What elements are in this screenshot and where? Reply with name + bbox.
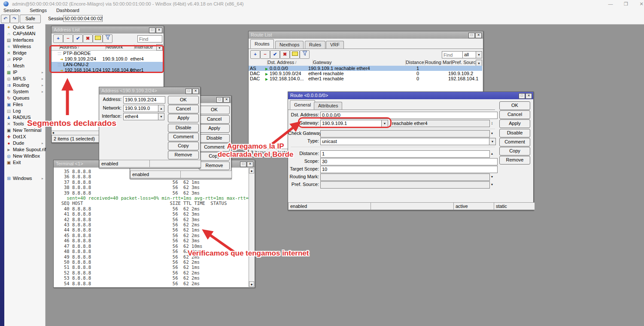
terminal-output[interactable]: 35 8.8.8.8 36 8.8.8.8 37 8.8.8.8 56 62 1…	[54, 168, 249, 287]
vertical-scrollbar[interactable]: ◆ ◆	[249, 168, 255, 287]
remove-button[interactable]: Remove	[168, 151, 199, 159]
tab-routes[interactable]: Routes	[250, 39, 274, 49]
gateway-field[interactable]: 190.9.109.1	[320, 120, 383, 127]
apply-button[interactable]: Apply	[499, 119, 530, 128]
sidebar-item-system[interactable]: ✱System▸	[4, 88, 45, 95]
sidebar-item-new-terminal[interactable]: ▣New Terminal	[4, 127, 45, 134]
maximize-icon[interactable]: □	[185, 88, 192, 94]
disable-button[interactable]: Disable	[499, 129, 530, 137]
chevron-down-icon[interactable]: ▼	[489, 130, 495, 137]
close-icon[interactable]: ✕	[223, 97, 230, 103]
scroll-up-icon[interactable]: ◆	[249, 168, 254, 174]
sidebar-item-quick-set[interactable]: ✦Quick Set	[4, 24, 45, 30]
menu-dashboard[interactable]: Dashboard	[56, 8, 79, 13]
chevron-down-icon[interactable]: ▼	[489, 181, 495, 188]
maximize-icon[interactable]: □	[468, 33, 475, 38]
chevron-down-icon[interactable]: ▼	[489, 138, 496, 145]
dst-address-field[interactable]: 0.0.0.0/0	[320, 112, 498, 119]
address-field[interactable]: 190.9.109.2/24	[123, 96, 165, 104]
add-button[interactable]: +	[250, 50, 260, 59]
filter-scope-select[interactable]: all	[462, 51, 477, 58]
add-button[interactable]: +	[53, 34, 63, 43]
ok-button[interactable]: OK	[499, 101, 530, 110]
remove-entry-button[interactable]: −	[260, 50, 270, 59]
enable-button[interactable]: ✔	[270, 50, 280, 59]
table-row[interactable]: ➜190.9.109.2/24190.9.109.0ether4	[52, 56, 163, 62]
sidebar-item-wireless[interactable]: ≈Wireless	[4, 43, 45, 50]
menu-settings[interactable]: Settings	[30, 8, 47, 13]
column-gateway[interactable]: Gateway	[311, 60, 406, 65]
table-row[interactable]: PTP-BORDE	[52, 51, 163, 56]
cancel-button[interactable]: Cancel	[499, 110, 530, 119]
column-selector-button[interactable]: ▼	[476, 60, 482, 66]
tab-nexthops[interactable]: Nexthops	[275, 41, 304, 49]
disable-button[interactable]: ✖	[83, 34, 93, 43]
comment-icon[interactable]	[93, 34, 103, 43]
remove-button[interactable]: Remove	[199, 161, 230, 170]
remove-entry-button[interactable]: −	[63, 34, 73, 43]
sidebar-item-routing[interactable]: ⇉Routing▸	[4, 82, 45, 88]
close-icon[interactable]: ✕	[526, 93, 532, 99]
check-gateway-field[interactable]	[320, 130, 490, 137]
filter-icon[interactable]	[103, 34, 112, 43]
tab-rules[interactable]: Rules	[305, 41, 325, 49]
sidebar-item-files[interactable]: ▣Files	[4, 101, 45, 108]
target-scope-field[interactable]: 10	[320, 166, 498, 173]
chevron-down-icon[interactable]: ▼	[476, 51, 482, 58]
tab-general[interactable]: General	[290, 100, 315, 110]
cancel-button[interactable]: Cancel	[199, 115, 230, 124]
comment-button[interactable]: Comment	[168, 133, 199, 141]
close-icon[interactable]: ✕	[635, 1, 644, 7]
find-input[interactable]	[137, 35, 162, 43]
sidebar-item-make-supout-rif[interactable]: ►Make Supout.rif	[4, 146, 45, 153]
cancel-button[interactable]: Cancel	[168, 105, 199, 113]
sidebar-item-exit[interactable]: ▣Exit	[4, 159, 45, 166]
ok-button[interactable]: OK	[199, 106, 230, 114]
table-row[interactable]: ➜192.168.104.1/24192.168.104.0ether1	[52, 67, 163, 73]
scope-field[interactable]: 30	[320, 158, 498, 165]
chevron-down-icon[interactable]: ▼	[381, 120, 388, 127]
table-row[interactable]: DAC▶192.168.104.0...ether1 reachable0192…	[249, 76, 482, 81]
column-network[interactable]: Network	[104, 44, 134, 50]
scroll-left-icon[interactable]: ◆	[52, 131, 55, 134]
find-input[interactable]	[442, 51, 463, 58]
restore-icon[interactable]: ❐	[620, 1, 632, 7]
session-field[interactable]: 50:00:00:04:00:02	[63, 15, 103, 22]
column-interface[interactable]: Interface	[133, 44, 159, 50]
sidebar-item-mesh[interactable]: ∴Mesh	[4, 63, 45, 69]
comment-icon[interactable]	[290, 50, 300, 59]
ok-button[interactable]: OK	[168, 96, 199, 104]
tab-attributes[interactable]: Attributes	[314, 102, 342, 110]
column-selector-button[interactable]: ▼	[156, 44, 163, 51]
sidebar-item-ppp[interactable]: ⇄PPP	[4, 56, 45, 63]
disable-button[interactable]: Disable	[199, 134, 230, 143]
apply-button[interactable]: Apply	[168, 114, 199, 122]
sidebar-item-new-winbox[interactable]: ◎New WinBox	[4, 153, 45, 159]
apply-button[interactable]: Apply	[199, 124, 230, 133]
close-icon[interactable]: ✕	[156, 27, 162, 33]
close-icon[interactable]: ✕	[247, 161, 253, 167]
scroll-down-icon[interactable]: ◆	[249, 281, 254, 287]
address-list-titlebar[interactable]: Address List □ ✕	[52, 26, 164, 34]
disable-button[interactable]: Disable	[168, 124, 199, 132]
interface-field[interactable]: ether4	[123, 113, 159, 120]
chevron-down-icon[interactable]: ▼	[158, 113, 164, 120]
column-dst-address[interactable]: Dst. Address	[266, 60, 313, 65]
sidebar-item-interfaces[interactable]: ▤Interfaces	[4, 37, 45, 43]
collapse-up-icon[interactable]: ▲	[158, 105, 164, 112]
sidebar-item-dude[interactable]: ●Dude▸	[4, 140, 45, 146]
type-field[interactable]: unicast	[320, 138, 490, 145]
sidebar-item-capsman[interactable]: ∩CAPsMAN	[4, 30, 45, 37]
redo-icon[interactable]: ↷	[10, 15, 19, 23]
column-distance[interactable]: Distance	[404, 60, 425, 65]
dialog-titlebar[interactable]: Address <190.9.109.2/24> □ ✕	[99, 87, 200, 94]
sidebar-item-windows[interactable]: ⊞Windows▸	[4, 175, 45, 182]
comment-button[interactable]: Comment	[499, 138, 530, 146]
remove-button[interactable]: Remove	[499, 156, 530, 165]
close-icon[interactable]: ✕	[192, 88, 199, 94]
safe-mode-button[interactable]: Safe Mode	[20, 15, 41, 23]
routing-mark-field[interactable]	[320, 174, 490, 181]
collapse-up-icon[interactable]: ▲	[489, 150, 495, 157]
maximize-icon[interactable]: □	[240, 161, 246, 167]
column-pref-source[interactable]: Pref. Source	[450, 60, 478, 65]
